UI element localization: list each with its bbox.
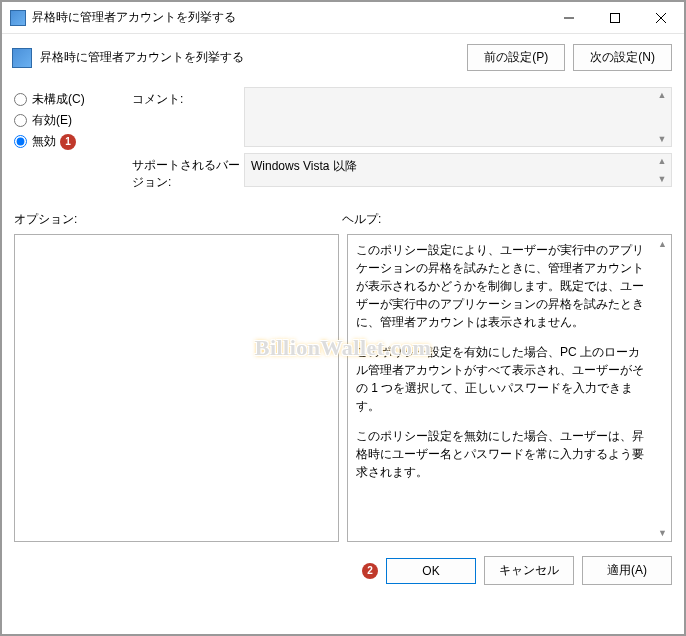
scroll-down-icon[interactable]: ▼ (655, 172, 669, 186)
options-panel (14, 234, 339, 542)
radio-disabled[interactable] (14, 135, 27, 148)
radio-enabled[interactable] (14, 114, 27, 127)
prev-setting-button[interactable]: 前の設定(P) (467, 44, 565, 71)
help-paragraph: このポリシー設定により、ユーザーが実行中のアプリケーションの昇格を試みたときに、… (356, 241, 651, 331)
scroll-up-icon[interactable]: ▲ (655, 154, 669, 168)
next-setting-button[interactable]: 次の設定(N) (573, 44, 672, 71)
comment-field[interactable]: ▲ ▼ (244, 87, 672, 147)
options-heading: オプション: (14, 211, 342, 228)
scroll-up-icon[interactable]: ▲ (654, 235, 671, 252)
window-title: 昇格時に管理者アカウントを列挙する (32, 9, 546, 26)
scroll-down-icon[interactable]: ▼ (654, 524, 671, 541)
state-radio-group: 未構成(C) 有効(E) 無効 1 (14, 87, 124, 197)
comment-label: コメント: (132, 87, 244, 108)
titlebar: 昇格時に管理者アカウントを列挙する (2, 2, 684, 34)
app-icon (10, 10, 26, 26)
annotation-badge-2: 2 (362, 563, 378, 579)
close-button[interactable] (638, 2, 684, 34)
scroll-down-icon[interactable]: ▼ (655, 132, 669, 146)
maximize-button[interactable] (592, 2, 638, 34)
apply-button[interactable]: 適用(A) (582, 556, 672, 585)
radio-disabled-label: 無効 (32, 133, 56, 150)
help-paragraph: このポリシー設定を有効にした場合、PC 上のローカル管理者アカウントがすべて表示… (356, 343, 651, 415)
supported-field: Windows Vista 以降 ▲ ▼ (244, 153, 672, 187)
svg-rect-1 (611, 13, 620, 22)
minimize-button[interactable] (546, 2, 592, 34)
radio-not-configured[interactable] (14, 93, 27, 106)
header: 昇格時に管理者アカウントを列挙する 前の設定(P) 次の設定(N) (2, 34, 684, 81)
help-panel: このポリシー設定により、ユーザーが実行中のアプリケーションの昇格を試みたときに、… (347, 234, 672, 542)
annotation-badge-1: 1 (60, 134, 76, 150)
ok-button[interactable]: OK (386, 558, 476, 584)
radio-enabled-label: 有効(E) (32, 112, 72, 129)
cancel-button[interactable]: キャンセル (484, 556, 574, 585)
scroll-up-icon[interactable]: ▲ (655, 88, 669, 102)
radio-not-configured-label: 未構成(C) (32, 91, 85, 108)
footer: 2 OK キャンセル 適用(A) (2, 542, 684, 597)
page-title: 昇格時に管理者アカウントを列挙する (40, 49, 459, 66)
help-paragraph: このポリシー設定を無効にした場合、ユーザーは、昇格時にユーザー名とパスワードを常… (356, 427, 651, 481)
help-heading: ヘルプ: (342, 211, 672, 228)
supported-label: サポートされるバージョン: (132, 153, 244, 191)
policy-icon (12, 48, 32, 68)
